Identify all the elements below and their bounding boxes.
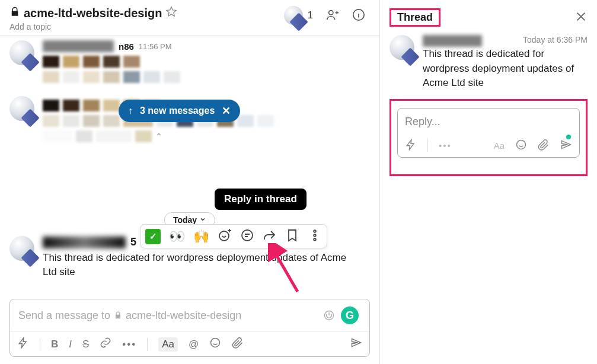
redacted-username <box>43 40 114 52</box>
status-dot <box>566 135 571 139</box>
thread-timestamp: Today at 6:36 PM <box>523 35 588 44</box>
arrow-up-icon: ↑ <box>128 106 133 116</box>
thread-message-text: This thread is dedicated for wordpress d… <box>423 47 588 91</box>
svg-point-9 <box>211 339 220 347</box>
power-icon[interactable] <box>323 309 335 321</box>
reply-in-thread-icon[interactable] <box>240 228 254 244</box>
annotation-arrow <box>268 243 304 293</box>
send-icon[interactable] <box>560 139 572 152</box>
add-reaction-icon[interactable] <box>218 228 232 244</box>
reply-highlight-box: Reply... ••• Aa <box>390 99 588 176</box>
composer-toolbar: B I S ••• Aa @ <box>10 331 369 356</box>
add-people-icon[interactable] <box>326 8 339 23</box>
svg-point-4 <box>314 230 316 232</box>
thread-title: Thread <box>390 8 440 27</box>
thread-reply-composer: Reply... ••• Aa <box>397 108 580 158</box>
avatar <box>9 40 36 66</box>
more-formatting-icon[interactable]: ••• <box>122 339 136 350</box>
bold-button[interactable]: B <box>51 339 58 350</box>
avatar <box>9 96 36 122</box>
lock-icon <box>9 7 20 20</box>
avatar <box>390 35 416 61</box>
star-icon[interactable] <box>165 6 177 21</box>
share-icon[interactable] <box>263 228 277 244</box>
close-icon[interactable]: ✕ <box>222 104 231 117</box>
svg-point-0 <box>329 10 333 14</box>
message-timestamp: 11:56 PM <box>139 42 172 51</box>
svg-point-3 <box>242 230 253 241</box>
lightning-icon[interactable] <box>17 337 29 352</box>
more-icon[interactable]: ••• <box>439 141 452 151</box>
send-icon[interactable] <box>350 337 362 352</box>
svg-point-5 <box>314 234 316 237</box>
thread-message: Today at 6:36 PM This thread is dedicate… <box>390 35 588 91</box>
reaction-hands[interactable]: 🙌 <box>193 229 209 244</box>
emoji-icon[interactable] <box>515 139 527 152</box>
avatar <box>9 236 36 262</box>
more-actions-icon[interactable] <box>308 228 322 244</box>
format-toggle[interactable]: Aa <box>494 141 505 151</box>
svg-point-10 <box>517 140 526 149</box>
strikethrough-button[interactable]: S <box>82 339 89 350</box>
composer-input[interactable]: Send a message to acme-ltd-website-desig… <box>10 299 369 331</box>
attachment-icon[interactable] <box>538 139 550 152</box>
format-toggle[interactable]: Aa <box>158 337 178 352</box>
italic-button[interactable]: I <box>69 339 72 350</box>
link-icon[interactable] <box>100 337 111 352</box>
reaction-eyes[interactable]: 👀 <box>169 229 185 244</box>
message-text: This thread is dedicated for wordpress d… <box>43 251 351 279</box>
redacted-username <box>423 35 482 47</box>
grammarly-icon[interactable]: G <box>341 306 359 324</box>
reaction-check[interactable]: ✓ <box>145 229 161 244</box>
bookmark-icon[interactable] <box>285 228 299 244</box>
mention-button[interactable]: @ <box>189 339 199 350</box>
lock-icon <box>114 311 122 320</box>
chevron-down-icon <box>199 215 206 225</box>
svg-point-6 <box>314 238 316 241</box>
channel-title[interactable]: acme-ltd-website-design <box>9 6 177 21</box>
channel-name: acme-ltd-website-design <box>24 7 162 20</box>
info-icon[interactable] <box>352 8 365 23</box>
lightning-icon[interactable] <box>405 139 417 152</box>
main-channel-pane: acme-ltd-website-design Add a topic 1 <box>0 0 380 364</box>
reply-input[interactable]: Reply... <box>405 116 572 128</box>
attachment-icon[interactable] <box>232 337 244 352</box>
tooltip-reply-in-thread: Reply in thread <box>215 189 307 210</box>
close-thread-icon[interactable] <box>574 10 588 25</box>
new-messages-pill[interactable]: ↑ 3 new messages ✕ <box>119 100 240 122</box>
svg-line-7 <box>272 247 298 292</box>
redacted-username <box>43 237 126 248</box>
message-composer: Send a message to acme-ltd-website-desig… <box>9 299 370 357</box>
member-avatar-icon <box>284 6 303 25</box>
message-list: n86 11:56 PM ⌃ ↑ 3 new messages ✕ <box>0 35 379 293</box>
member-count[interactable]: 1 <box>284 6 313 25</box>
message-item: n86 11:56 PM <box>9 36 370 91</box>
thread-pane: Thread Today at 6:36 PM This thread is d… <box>380 0 597 364</box>
add-topic[interactable]: Add a topic <box>9 22 177 31</box>
channel-header: acme-ltd-website-design Add a topic 1 <box>0 0 379 35</box>
svg-point-2 <box>219 231 229 241</box>
emoji-icon[interactable] <box>209 337 221 352</box>
